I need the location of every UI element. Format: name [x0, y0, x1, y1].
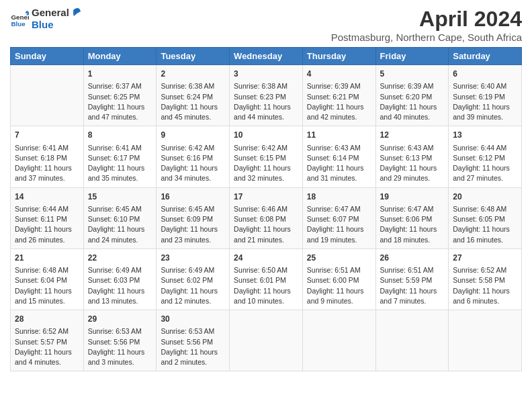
header-row: SundayMondayTuesdayWednesdayThursdayFrid…: [11, 48, 522, 65]
day-info-line: and 9 minutes.: [307, 296, 371, 306]
day-info-line: Sunset: 6:17 PM: [88, 153, 152, 163]
calendar-cell: 5Sunrise: 6:39 AMSunset: 6:20 PMDaylight…: [375, 65, 449, 126]
day-info-line: Sunrise: 6:48 AM: [15, 265, 79, 275]
day-number: 19: [380, 191, 445, 203]
day-info-line: Sunset: 6:18 PM: [15, 153, 79, 163]
day-info-line: Daylight: 11 hours: [453, 224, 517, 234]
calendar-cell: 8Sunrise: 6:41 AMSunset: 6:17 PMDaylight…: [83, 126, 157, 187]
logo-blue: Blue: [32, 19, 69, 31]
day-info-line: Sunrise: 6:52 AM: [15, 326, 79, 336]
day-info-line: and 45 minutes.: [161, 112, 225, 122]
day-info-line: Sunrise: 6:46 AM: [234, 204, 298, 214]
day-number: 13: [453, 130, 517, 141]
day-info-line: Sunrise: 6:48 AM: [453, 204, 517, 214]
header-wednesday: Wednesday: [230, 48, 303, 65]
logo-bird-icon: [67, 6, 81, 26]
calendar-cell: 4Sunrise: 6:39 AMSunset: 6:21 PMDaylight…: [302, 65, 375, 126]
day-info-line: Sunset: 6:11 PM: [15, 214, 79, 224]
title-block: April 2024 Postmasburg, Northern Cape, S…: [331, 7, 522, 43]
day-info-line: Sunrise: 6:43 AM: [380, 143, 445, 153]
day-info-line: Sunrise: 6:39 AM: [380, 81, 445, 91]
day-info-line: Sunset: 5:56 PM: [88, 337, 152, 347]
logo-general: General: [32, 7, 69, 19]
day-info-line: Daylight: 11 hours: [380, 224, 445, 234]
calendar-cell: 30Sunrise: 6:53 AMSunset: 5:56 PMDayligh…: [157, 310, 230, 371]
day-number: 15: [88, 191, 152, 203]
calendar-cell: 26Sunrise: 6:51 AMSunset: 5:59 PMDayligh…: [375, 248, 449, 310]
day-info-line: and 32 minutes.: [234, 173, 298, 183]
day-info-line: and 34 minutes.: [161, 173, 225, 183]
day-info-line: Daylight: 11 hours: [307, 163, 371, 173]
day-info-line: Daylight: 11 hours: [15, 224, 79, 234]
day-number: 12: [380, 130, 445, 141]
week-row-3: 14Sunrise: 6:44 AMSunset: 6:11 PMDayligh…: [11, 187, 522, 248]
day-info-line: and 19 minutes.: [307, 235, 371, 245]
day-info-line: and 39 minutes.: [453, 112, 517, 122]
day-info-line: Sunrise: 6:41 AM: [15, 143, 79, 153]
day-info-line: and 13 minutes.: [88, 296, 152, 306]
day-info-line: Sunset: 6:02 PM: [161, 275, 225, 285]
day-info-line: Sunrise: 6:53 AM: [88, 326, 152, 336]
day-info-line: and 29 minutes.: [380, 173, 445, 183]
calendar-cell: 6Sunrise: 6:40 AMSunset: 6:19 PMDaylight…: [449, 65, 522, 126]
day-info-line: Sunrise: 6:44 AM: [15, 204, 79, 214]
day-info-line: Sunset: 6:07 PM: [307, 214, 371, 224]
day-info-line: Sunset: 6:25 PM: [88, 92, 152, 102]
day-number: 9: [161, 130, 225, 141]
day-info-line: Daylight: 11 hours: [88, 224, 152, 234]
day-info-line: Daylight: 11 hours: [307, 102, 371, 112]
day-info-line: Daylight: 11 hours: [234, 163, 298, 173]
day-info-line: Sunset: 6:01 PM: [234, 275, 298, 285]
calendar-cell: 29Sunrise: 6:53 AMSunset: 5:56 PMDayligh…: [83, 310, 157, 371]
day-info-line: Sunset: 5:56 PM: [161, 337, 225, 347]
day-info-line: and 2 minutes.: [161, 357, 225, 367]
day-info-line: and 23 minutes.: [161, 235, 225, 245]
day-info-line: Daylight: 11 hours: [234, 102, 298, 112]
day-info-line: Sunrise: 6:42 AM: [234, 143, 298, 153]
day-info-line: Sunrise: 6:41 AM: [88, 143, 152, 153]
day-info-line: Daylight: 11 hours: [380, 286, 445, 296]
day-info-line: Sunset: 6:08 PM: [234, 214, 298, 224]
day-info-line: and 12 minutes.: [161, 296, 225, 306]
calendar-cell: 21Sunrise: 6:48 AMSunset: 6:04 PMDayligh…: [11, 248, 84, 310]
day-info-line: Sunset: 6:19 PM: [453, 92, 517, 102]
calendar-cell: 16Sunrise: 6:45 AMSunset: 6:09 PMDayligh…: [157, 187, 230, 248]
main-title: April 2024: [331, 7, 522, 32]
day-info-line: and 47 minutes.: [88, 112, 152, 122]
day-number: 17: [234, 191, 298, 203]
day-info-line: Sunrise: 6:45 AM: [161, 204, 225, 214]
day-number: 23: [161, 253, 225, 264]
day-info-line: Sunset: 6:12 PM: [453, 153, 517, 163]
day-info-line: and 18 minutes.: [380, 235, 445, 245]
header-tuesday: Tuesday: [157, 48, 230, 65]
week-row-4: 21Sunrise: 6:48 AMSunset: 6:04 PMDayligh…: [11, 248, 522, 310]
calendar-table: SundayMondayTuesdayWednesdayThursdayFrid…: [10, 47, 522, 371]
day-number: 7: [15, 130, 79, 141]
day-number: 4: [307, 68, 371, 80]
day-info-line: Daylight: 11 hours: [15, 286, 79, 296]
calendar-cell: 15Sunrise: 6:45 AMSunset: 6:10 PMDayligh…: [83, 187, 157, 248]
day-number: 29: [88, 314, 152, 325]
day-info-line: Sunset: 6:15 PM: [234, 153, 298, 163]
svg-text:Blue: Blue: [11, 20, 26, 28]
day-info-line: Daylight: 11 hours: [88, 347, 152, 357]
day-info-line: Sunrise: 6:38 AM: [234, 81, 298, 91]
calendar-cell: 18Sunrise: 6:47 AMSunset: 6:07 PMDayligh…: [302, 187, 375, 248]
day-info-line: and 42 minutes.: [307, 112, 371, 122]
calendar-cell: 28Sunrise: 6:52 AMSunset: 5:57 PMDayligh…: [11, 310, 84, 371]
day-number: 28: [15, 314, 79, 325]
day-info-line: Sunrise: 6:47 AM: [307, 204, 371, 214]
calendar-cell: 12Sunrise: 6:43 AMSunset: 6:13 PMDayligh…: [375, 126, 449, 187]
day-info-line: Sunrise: 6:42 AM: [161, 143, 225, 153]
day-number: 14: [15, 191, 79, 203]
calendar-cell: 13Sunrise: 6:44 AMSunset: 6:12 PMDayligh…: [449, 126, 522, 187]
day-info-line: and 24 minutes.: [88, 235, 152, 245]
day-info-line: and 44 minutes.: [234, 112, 298, 122]
calendar-cell: 24Sunrise: 6:50 AMSunset: 6:01 PMDayligh…: [230, 248, 303, 310]
day-info-line: Sunrise: 6:53 AM: [161, 326, 225, 336]
day-info-line: and 15 minutes.: [15, 296, 79, 306]
day-info-line: Sunrise: 6:39 AM: [307, 81, 371, 91]
day-info-line: Sunset: 6:06 PM: [380, 214, 445, 224]
week-row-1: 1Sunrise: 6:37 AMSunset: 6:25 PMDaylight…: [11, 65, 522, 126]
calendar-body: 1Sunrise: 6:37 AMSunset: 6:25 PMDaylight…: [11, 65, 522, 371]
